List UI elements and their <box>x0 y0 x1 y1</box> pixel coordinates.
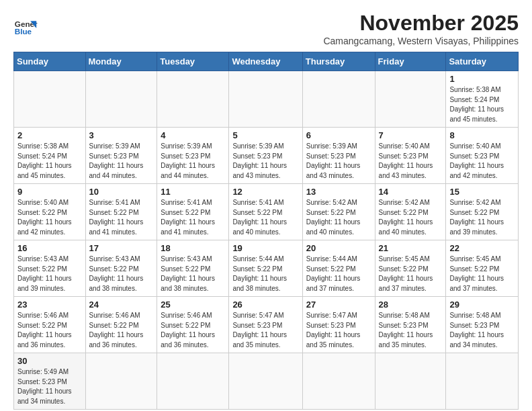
day-info: Sunrise: 5:40 AMSunset: 5:23 PMDaylight:… <box>449 142 515 181</box>
weekday-header-sunday: Sunday <box>14 52 86 71</box>
calendar-cell: 21Sunrise: 5:45 AMSunset: 5:22 PMDayligh… <box>375 240 446 297</box>
calendar-cell: 18Sunrise: 5:43 AMSunset: 5:22 PMDayligh… <box>157 240 229 297</box>
calendar-cell: 16Sunrise: 5:43 AMSunset: 5:22 PMDayligh… <box>14 240 86 297</box>
day-info: Sunrise: 5:43 AMSunset: 5:22 PMDaylight:… <box>161 255 225 293</box>
calendar-cell: 19Sunrise: 5:44 AMSunset: 5:22 PMDayligh… <box>229 240 302 297</box>
day-number: 29 <box>449 300 515 310</box>
calendar-week-6: 30Sunrise: 5:49 AMSunset: 5:23 PMDayligh… <box>14 353 519 410</box>
calendar-cell: 17Sunrise: 5:43 AMSunset: 5:22 PMDayligh… <box>85 240 157 297</box>
day-number: 9 <box>17 187 82 197</box>
calendar-cell: 4Sunrise: 5:39 AMSunset: 5:23 PMDaylight… <box>157 128 229 184</box>
calendar-cell: 7Sunrise: 5:40 AMSunset: 5:23 PMDaylight… <box>375 128 446 184</box>
calendar: SundayMondayTuesdayWednesdayThursdayFrid… <box>13 52 519 410</box>
day-info: Sunrise: 5:45 AMSunset: 5:22 PMDaylight:… <box>379 255 443 293</box>
calendar-cell <box>229 353 302 410</box>
month-title: November 2025 <box>323 11 519 36</box>
weekday-header-monday: Monday <box>85 52 157 71</box>
day-info: Sunrise: 5:42 AMSunset: 5:22 PMDaylight:… <box>379 198 443 237</box>
day-info: Sunrise: 5:38 AMSunset: 5:24 PMDaylight:… <box>17 142 82 181</box>
calendar-cell: 25Sunrise: 5:46 AMSunset: 5:22 PMDayligh… <box>157 297 229 353</box>
day-info: Sunrise: 5:44 AMSunset: 5:22 PMDaylight:… <box>232 255 298 293</box>
day-info: Sunrise: 5:47 AMSunset: 5:23 PMDaylight:… <box>306 311 371 350</box>
calendar-cell: 11Sunrise: 5:41 AMSunset: 5:22 PMDayligh… <box>157 184 229 240</box>
day-number: 26 <box>232 300 298 310</box>
day-number: 6 <box>306 130 371 140</box>
calendar-cell <box>85 353 157 410</box>
day-number: 24 <box>89 300 154 310</box>
day-number: 13 <box>306 187 371 197</box>
calendar-cell: 28Sunrise: 5:48 AMSunset: 5:23 PMDayligh… <box>375 297 446 353</box>
calendar-cell: 13Sunrise: 5:42 AMSunset: 5:22 PMDayligh… <box>302 184 375 240</box>
day-info: Sunrise: 5:46 AMSunset: 5:22 PMDaylight:… <box>17 311 82 350</box>
weekday-header-thursday: Thursday <box>302 52 375 71</box>
day-number: 21 <box>379 243 443 253</box>
calendar-cell: 20Sunrise: 5:44 AMSunset: 5:22 PMDayligh… <box>302 240 375 297</box>
day-number: 3 <box>89 130 154 140</box>
logo-icon: General Blue <box>13 16 38 40</box>
calendar-cell <box>302 71 375 128</box>
calendar-cell <box>85 71 157 128</box>
day-info: Sunrise: 5:48 AMSunset: 5:23 PMDaylight:… <box>449 311 515 350</box>
day-info: Sunrise: 5:45 AMSunset: 5:22 PMDaylight:… <box>449 255 515 293</box>
calendar-cell <box>229 71 302 128</box>
day-info: Sunrise: 5:48 AMSunset: 5:23 PMDaylight:… <box>379 311 443 350</box>
calendar-cell <box>14 71 86 128</box>
weekday-header-row: SundayMondayTuesdayWednesdayThursdayFrid… <box>14 52 519 71</box>
day-number: 20 <box>306 243 371 253</box>
day-info: Sunrise: 5:46 AMSunset: 5:22 PMDaylight:… <box>89 311 154 350</box>
calendar-week-5: 23Sunrise: 5:46 AMSunset: 5:22 PMDayligh… <box>14 297 519 353</box>
header: General Blue November 2025 Camangcamang,… <box>13 11 519 46</box>
day-number: 30 <box>17 356 82 366</box>
day-number: 11 <box>161 187 225 197</box>
calendar-cell <box>157 353 229 410</box>
calendar-cell: 6Sunrise: 5:39 AMSunset: 5:23 PMDaylight… <box>302 128 375 184</box>
svg-text:Blue: Blue <box>15 27 32 36</box>
day-number: 16 <box>17 243 82 253</box>
day-number: 18 <box>161 243 225 253</box>
weekday-header-tuesday: Tuesday <box>157 52 229 71</box>
day-info: Sunrise: 5:40 AMSunset: 5:22 PMDaylight:… <box>17 198 82 237</box>
calendar-cell: 5Sunrise: 5:39 AMSunset: 5:23 PMDaylight… <box>229 128 302 184</box>
calendar-cell: 22Sunrise: 5:45 AMSunset: 5:22 PMDayligh… <box>446 240 519 297</box>
day-number: 8 <box>449 130 515 140</box>
calendar-cell: 3Sunrise: 5:39 AMSunset: 5:23 PMDaylight… <box>85 128 157 184</box>
day-info: Sunrise: 5:46 AMSunset: 5:22 PMDaylight:… <box>161 311 225 350</box>
day-info: Sunrise: 5:39 AMSunset: 5:23 PMDaylight:… <box>89 142 154 181</box>
day-info: Sunrise: 5:39 AMSunset: 5:23 PMDaylight:… <box>232 142 298 181</box>
day-info: Sunrise: 5:39 AMSunset: 5:23 PMDaylight:… <box>161 142 225 181</box>
day-info: Sunrise: 5:49 AMSunset: 5:23 PMDaylight:… <box>17 367 82 406</box>
day-number: 12 <box>232 187 298 197</box>
logo: General Blue <box>13 16 38 40</box>
calendar-cell: 10Sunrise: 5:41 AMSunset: 5:22 PMDayligh… <box>85 184 157 240</box>
day-info: Sunrise: 5:41 AMSunset: 5:22 PMDaylight:… <box>161 198 225 237</box>
day-info: Sunrise: 5:42 AMSunset: 5:22 PMDaylight:… <box>449 198 515 237</box>
day-number: 19 <box>232 243 298 253</box>
day-number: 25 <box>161 300 225 310</box>
weekday-header-wednesday: Wednesday <box>229 52 302 71</box>
calendar-cell: 15Sunrise: 5:42 AMSunset: 5:22 PMDayligh… <box>446 184 519 240</box>
calendar-cell: 9Sunrise: 5:40 AMSunset: 5:22 PMDaylight… <box>14 184 86 240</box>
calendar-cell <box>375 353 446 410</box>
day-info: Sunrise: 5:44 AMSunset: 5:22 PMDaylight:… <box>306 255 371 293</box>
calendar-week-3: 9Sunrise: 5:40 AMSunset: 5:22 PMDaylight… <box>14 184 519 240</box>
calendar-cell: 27Sunrise: 5:47 AMSunset: 5:23 PMDayligh… <box>302 297 375 353</box>
day-info: Sunrise: 5:39 AMSunset: 5:23 PMDaylight:… <box>306 142 371 181</box>
calendar-cell <box>157 71 229 128</box>
day-info: Sunrise: 5:40 AMSunset: 5:23 PMDaylight:… <box>379 142 443 181</box>
day-number: 23 <box>17 300 82 310</box>
day-number: 7 <box>379 130 443 140</box>
day-number: 15 <box>449 187 515 197</box>
calendar-cell: 12Sunrise: 5:41 AMSunset: 5:22 PMDayligh… <box>229 184 302 240</box>
calendar-cell <box>302 353 375 410</box>
subtitle: Camangcamang, Western Visayas, Philippin… <box>323 36 519 46</box>
day-number: 4 <box>161 130 225 140</box>
calendar-week-4: 16Sunrise: 5:43 AMSunset: 5:22 PMDayligh… <box>14 240 519 297</box>
calendar-cell <box>446 353 519 410</box>
calendar-cell: 14Sunrise: 5:42 AMSunset: 5:22 PMDayligh… <box>375 184 446 240</box>
day-info: Sunrise: 5:42 AMSunset: 5:22 PMDaylight:… <box>306 198 371 237</box>
day-number: 28 <box>379 300 443 310</box>
day-info: Sunrise: 5:41 AMSunset: 5:22 PMDaylight:… <box>232 198 298 237</box>
calendar-cell: 23Sunrise: 5:46 AMSunset: 5:22 PMDayligh… <box>14 297 86 353</box>
calendar-cell: 30Sunrise: 5:49 AMSunset: 5:23 PMDayligh… <box>14 353 86 410</box>
day-number: 10 <box>89 187 154 197</box>
